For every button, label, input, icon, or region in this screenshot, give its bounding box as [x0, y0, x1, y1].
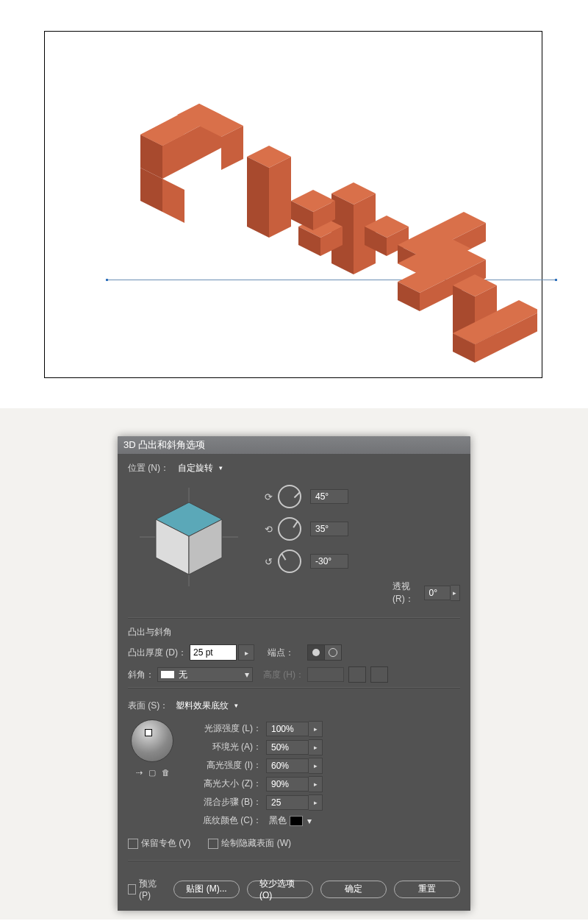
position-value: 自定旋转 — [178, 462, 213, 474]
perspective-input[interactable]: 0° — [424, 586, 451, 600]
depth-caret[interactable]: ▸ — [238, 644, 254, 661]
rotation-preview-cube[interactable] — [132, 480, 245, 594]
rotate-y-input[interactable]: 35° — [310, 522, 348, 536]
shading-color-value: 黑色 — [269, 814, 287, 827]
move-light-back-button[interactable]: ⇢ — [132, 767, 146, 778]
cap-label: 端点： — [268, 647, 294, 659]
bevel-select[interactable]: 无 ▾ — [157, 667, 253, 682]
divider — [128, 687, 460, 689]
chevron-down-icon: ▾ — [307, 816, 312, 826]
perspective-caret[interactable]: ▸ — [451, 585, 460, 601]
light-handle[interactable] — [145, 729, 152, 736]
cap-off-button[interactable] — [325, 644, 342, 661]
surface-value: 塑料效果底纹 — [176, 700, 229, 712]
blend-steps-caret[interactable]: ▸ — [309, 794, 323, 811]
canvas-frame — [44, 31, 542, 378]
perspective-label: 透视 (R)： — [392, 580, 421, 605]
surface-select[interactable]: 塑料效果底纹 ▾ — [173, 699, 241, 712]
cap-on-button[interactable] — [307, 644, 325, 661]
chevron-down-icon: ▾ — [245, 669, 249, 680]
shading-color-label: 底纹颜色 (C)： — [196, 814, 262, 827]
bevel-inout-1 — [348, 666, 366, 683]
depth-label: 凸出厚度 (D)： — [128, 647, 187, 659]
canvas-preview-area — [0, 0, 588, 408]
rotate-z-input[interactable]: -30° — [310, 554, 348, 569]
chevron-down-icon: ▾ — [234, 702, 238, 709]
rotate-z-icon: ↺ — [262, 556, 275, 567]
bevel-height-input — [307, 667, 344, 682]
bevel-value: 无 — [179, 669, 245, 681]
delete-light-button[interactable]: 🗑 — [159, 767, 172, 778]
rotate-z-dial[interactable] — [278, 550, 301, 573]
preserve-spot-checkbox[interactable] — [128, 839, 138, 849]
preview-checkbox[interactable] — [128, 884, 136, 895]
light-intensity-caret[interactable]: ▸ — [309, 721, 323, 737]
surface-label: 表面 (S)： — [128, 700, 168, 712]
3d-options-dialog: 3D 凸出和斜角选项 位置 (N)： 自定旋转 ▾ — [118, 436, 470, 911]
highlight-intensity-input[interactable]: 60% — [266, 758, 309, 773]
extrude-section-title: 凸出与斜角 — [128, 626, 460, 639]
shading-color-select[interactable]: 黑色 ▾ — [266, 814, 315, 828]
bevel-height-label: 高度 (H)： — [263, 669, 304, 681]
highlight-size-caret[interactable]: ▸ — [309, 776, 323, 792]
dialog-backdrop: 3D 凸出和斜角选项 位置 (N)： 自定旋转 ▾ — [0, 408, 588, 920]
svg-marker-10 — [269, 157, 291, 238]
preserve-spot-label: 保留专色 (V) — [141, 837, 190, 850]
fewer-options-button[interactable]: 较少选项 (O) — [247, 881, 313, 898]
svg-marker-6 — [162, 179, 184, 223]
svg-marker-9 — [247, 157, 269, 238]
blend-steps-input[interactable]: 25 — [266, 795, 309, 810]
bevel-preview-icon — [161, 671, 174, 678]
highlight-size-label: 高光大小 (Z)： — [196, 778, 262, 790]
highlight-intensity-label: 高光强度 (I)： — [196, 759, 262, 772]
rotate-y-dial[interactable] — [278, 517, 301, 541]
chevron-down-icon: ▾ — [219, 464, 223, 472]
bevel-label: 斜角： — [128, 669, 154, 681]
divider — [128, 617, 460, 619]
position-label: 位置 (N)： — [128, 462, 169, 474]
new-light-button[interactable]: ▢ — [146, 767, 159, 778]
rotate-x-input[interactable]: 45° — [310, 489, 348, 504]
reset-button[interactable]: 重置 — [394, 881, 460, 898]
rotate-y-icon: ⟲ — [262, 524, 275, 535]
bevel-inout-2 — [370, 666, 388, 683]
ambient-label: 环境光 (A)： — [196, 741, 262, 753]
divider — [128, 860, 460, 861]
preview-label: 预览 (P) — [139, 878, 163, 900]
color-swatch — [290, 816, 303, 826]
rotate-x-icon: ⟳ — [262, 491, 275, 502]
light-intensity-label: 光源强度 (L)： — [196, 722, 262, 735]
highlight-intensity-caret[interactable]: ▸ — [309, 758, 323, 774]
ambient-input[interactable]: 50% — [266, 740, 309, 755]
blend-steps-label: 混合步骤 (B)： — [196, 796, 262, 808]
highlight-size-input[interactable]: 90% — [266, 777, 309, 792]
ambient-caret[interactable]: ▸ — [309, 739, 323, 755]
pixel-text-artwork — [126, 83, 537, 370]
light-intensity-input[interactable]: 100% — [266, 722, 309, 736]
map-art-button[interactable]: 贴图 (M)... — [173, 881, 240, 898]
extrude-depth-input[interactable]: 25 pt — [190, 644, 237, 661]
draw-hidden-checkbox[interactable] — [208, 839, 218, 849]
draw-hidden-label: 绘制隐藏表面 (W) — [221, 837, 291, 850]
dialog-title: 3D 凸出和斜角选项 — [118, 436, 470, 454]
light-sphere[interactable] — [131, 719, 173, 762]
ok-button[interactable]: 确定 — [320, 881, 387, 898]
rotate-x-dial[interactable] — [278, 485, 301, 508]
position-select[interactable]: 自定旋转 ▾ — [175, 461, 232, 474]
